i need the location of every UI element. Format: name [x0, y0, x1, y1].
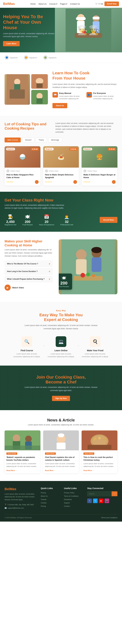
skill-image-background: 🍽️ 200 Food Recipes	[59, 239, 118, 294]
svg-rect-5	[93, 21, 100, 33]
stay-connected-title: Stay Connected	[87, 487, 118, 490]
social-youtube-button[interactable]: ▶	[99, 498, 104, 503]
news-description: Lorem ipsum dolor sit amet, consectetur …	[4, 424, 118, 426]
footer-logo: BelMas	[4, 487, 36, 491]
feature-title-2: For Everyone	[93, 92, 118, 94]
feature-easy-manual-text: Easy Manual Lorem ipsum dolor sit amet, …	[59, 92, 84, 100]
watch-video-button[interactable]: ▶ Watch Video	[4, 284, 52, 291]
faq-item-1: Who Is The Mentor Of The Course ? ∨	[4, 260, 52, 267]
tips-header: Lot of Cooking Tips and Cooking Recipes …	[4, 122, 118, 134]
footer-top: BelMas Lorem ipsum dolor sit amet, conse…	[4, 487, 118, 510]
nav-pages[interactable]: Pages ▾	[60, 3, 67, 5]
step-desc-3: Lorem ipsum dolor sit amet, consectetur …	[82, 352, 109, 358]
social-twitter-icon[interactable]: 𝕏	[96, 3, 97, 5]
svg-point-34	[25, 436, 32, 442]
news-title-1: 'Babish' expands as pandemic boosts YouT…	[6, 456, 38, 462]
recipe-arrow-2[interactable]: →	[73, 180, 77, 184]
step-arrow-1: →	[42, 344, 46, 348]
useful-link-privacy[interactable]: Privacy Policy	[64, 492, 74, 494]
join-signup-button[interactable]: Sign Up Now	[52, 396, 70, 401]
news-card-2: News Article Chef Daniel explains the ro…	[43, 430, 79, 473]
useful-link-contact[interactable]: Contact	[64, 505, 70, 507]
easy-tag: Easy Way	[4, 310, 118, 312]
social-facebook-button[interactable]: f	[87, 498, 92, 503]
feature-easy-manual: 📖 Easy Manual Lorem ipsum dolor sit amet…	[52, 92, 84, 100]
chef-icon: 👨‍🍳	[4, 214, 16, 219]
footer-email: 📧 support@belmas.com	[4, 506, 36, 510]
nav-contact[interactable]: Contact Us	[70, 3, 80, 5]
learn-side-images	[31, 74, 48, 105]
read-more-1[interactable]: Read More →	[6, 470, 17, 471]
tab-pastry[interactable]: Pastry	[36, 138, 47, 142]
get-class-enroll-button[interactable]: Enroll Now	[100, 217, 118, 223]
learn-description: Lorem ipsum dolor sit amet, consectetur …	[52, 83, 118, 89]
learn-title: Learn How To Cook From Your House	[52, 70, 118, 81]
social-facebook-icon[interactable]: f	[98, 3, 98, 5]
useful-link-terms[interactable]: Terms & Conditions	[64, 495, 78, 497]
nav-course[interactable]: Course ▾	[49, 3, 57, 5]
faq-header-1[interactable]: Who Is The Mentor Of The Course ? ∨	[5, 261, 52, 267]
nav-about[interactable]: About Us	[38, 3, 46, 5]
faq-header-3[interactable]: What I should Prepare before Purchasing …	[5, 276, 52, 282]
footer-stay-connected: Stay Connected → f 𝕏 ▶ 📷	[87, 487, 118, 510]
join-description: Lorem ipsum dolor sit amet, consectetur …	[23, 386, 99, 392]
social-linkedin-icon[interactable]: in	[99, 3, 101, 5]
navbar: BelMas Home About Us Course ▾ Pages ▾ Co…	[0, 0, 122, 8]
stat-number-4: 32	[60, 220, 73, 224]
recipe-card-2: Beginner $ 25.00 🍝 Online Class How to M…	[43, 146, 79, 186]
recipe-price-1: $ 35.00	[31, 148, 39, 150]
nav-menu: Home About Us Course ▾ Pages ▾ Contact U…	[30, 2, 80, 5]
useful-links-list: Privacy Policy Terms & Conditions Discla…	[64, 491, 83, 507]
recipe-arrow-3[interactable]: →	[112, 180, 116, 184]
skill-description: Lorem ipsum dolor sit amet, consectetur …	[4, 248, 52, 258]
recipe-avatar-1	[6, 170, 10, 172]
nav-home[interactable]: Home	[30, 3, 36, 5]
tab-beverage[interactable]: Beverage	[48, 138, 62, 142]
quick-link-pricing-2[interactable]: Pricing	[41, 505, 46, 507]
feature-desc: Lorem ipsum dolor sit amet, consectetur …	[59, 95, 84, 100]
footer-search-input[interactable]	[87, 491, 112, 496]
footer-terms-link[interactable]: Terms and Conditions	[101, 517, 118, 518]
learn-content: Learn How To Cook From Your House Lorem …	[52, 70, 118, 108]
social-twitter-button[interactable]: 𝕏	[93, 498, 98, 503]
partner-1-label: logoplum	[10, 56, 18, 59]
footer-search-button[interactable]: →	[112, 491, 118, 496]
faq-header-2[interactable]: How Long Is the Course Duration ? ∨	[5, 268, 52, 274]
social-youtube-icon[interactable]: ▶	[102, 3, 103, 5]
hero-learn-more-button[interactable]: Learn More	[3, 41, 20, 46]
skill-content: Makes your Skill Higher Cooking at Home …	[4, 239, 52, 291]
tips-tabs: Main Course Dessert Pastry Beverage	[4, 138, 118, 142]
nav-social: 𝕏 f in ▶	[96, 3, 103, 5]
learn-main-image	[4, 74, 30, 105]
news-body-1: News Article 'Babish' expands as pandemi…	[4, 450, 40, 473]
quick-links-title: Quick Links	[41, 487, 59, 490]
recipe-footer-3: ★★★★★ →	[84, 180, 116, 184]
get-class-content: Get Your Class Right Now Lorem ipsum dol…	[4, 198, 118, 226]
social-instagram-button[interactable]: 📷	[104, 498, 109, 503]
tab-dessert[interactable]: Dessert	[22, 138, 34, 142]
accordion-chevron-1: ∨	[49, 262, 50, 265]
step-learn-online: 💻 Learn Online Lorem ipsum dolor sit ame…	[47, 336, 75, 358]
quick-link-pricing[interactable]: Pricing	[41, 492, 46, 494]
join-title: Join Our Cooking Class, Become a Chef	[4, 375, 118, 384]
news-body-3: News Article This is How to cook the per…	[82, 450, 118, 473]
quick-link-contact[interactable]: Contact	[41, 502, 46, 504]
read-more-2[interactable]: Read More →	[45, 470, 56, 471]
about-us-button[interactable]: About Us	[52, 103, 67, 108]
easy-manual-icon: 📖	[52, 92, 58, 98]
quick-link-about[interactable]: About Us	[41, 495, 48, 497]
footer-social-links: f 𝕏 ▶ 📷	[87, 498, 118, 503]
read-more-3[interactable]: Read More →	[84, 470, 94, 471]
recipe-image-2: Beginner $ 25.00 🍝	[43, 146, 79, 168]
footer-brand: BelMas Lorem ipsum dolor sit amet, conse…	[4, 487, 36, 510]
step-desc-1: Lorem ipsum dolor sit amet, consectetur …	[13, 352, 40, 358]
useful-link-disclaimer[interactable]: Disclaimer	[64, 498, 72, 500]
quick-link-tutorial[interactable]: Tutorial	[41, 498, 46, 500]
recipe-author-3: Online Class	[88, 170, 97, 172]
svg-rect-17	[36, 83, 42, 88]
get-class-description: Lorem ipsum dolor sit amet, consectetur …	[4, 204, 66, 210]
tab-main-course[interactable]: Main Course	[4, 138, 21, 142]
enroll-button[interactable]: Enroll Now	[104, 2, 119, 6]
useful-link-support[interactable]: Support	[64, 502, 70, 504]
recipe-arrow-1[interactable]: →	[35, 180, 38, 184]
